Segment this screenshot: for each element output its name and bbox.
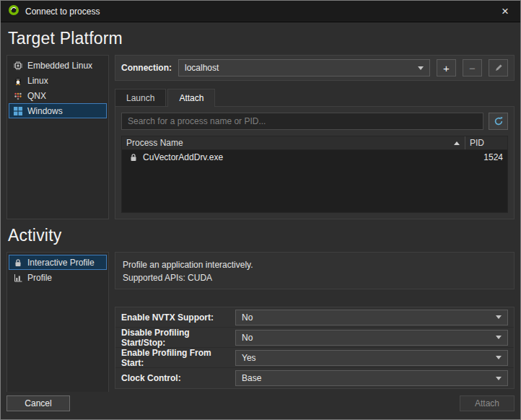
connection-label: Connection: xyxy=(121,63,172,73)
option-label: Disable Profiling Start/Stop: xyxy=(121,328,235,348)
option-row-nvtx: Enable NVTX Support: No xyxy=(115,307,514,328)
clock-control-select[interactable]: Base xyxy=(235,370,508,386)
connect-to-process-dialog: Connect to process × Target Platform Emb… xyxy=(0,0,521,420)
disable-profiling-select[interactable]: No xyxy=(235,330,508,346)
tab-launch[interactable]: Launch xyxy=(115,89,166,106)
platform-label: Linux xyxy=(27,76,48,86)
platform-label: Windows xyxy=(27,106,63,116)
target-platform-section: Embedded Linux Linux QNX xyxy=(6,55,515,219)
close-button[interactable]: × xyxy=(497,4,513,19)
platform-item-embedded-linux[interactable]: Embedded Linux xyxy=(9,58,107,73)
option-value: No xyxy=(242,312,253,323)
chip-icon xyxy=(13,61,22,70)
refresh-icon xyxy=(494,116,504,126)
option-row-disable-profiling: Disable Profiling Start/Stop: No xyxy=(115,328,514,348)
platform-item-qnx[interactable]: QNX xyxy=(9,88,107,103)
activity-description-line2: Supported APIs: CUDA xyxy=(123,271,507,284)
activity-options: Enable NVTX Support: No Disable Profilin… xyxy=(115,307,515,389)
option-label: Clock Control: xyxy=(121,373,235,383)
platform-label: Embedded Linux xyxy=(27,61,92,71)
target-platform-heading: Target Platform xyxy=(8,29,515,48)
process-pid-cell: 1524 xyxy=(465,152,507,162)
profiling-from-start-select[interactable]: Yes xyxy=(235,350,508,366)
qnx-dots-icon xyxy=(13,92,22,100)
dialog-footer: Cancel Attach xyxy=(1,392,520,419)
attach-pane: Process Name PID CuVectorAd xyxy=(115,106,515,219)
activity-label: Profile xyxy=(27,273,52,283)
sort-ascending-icon xyxy=(454,141,460,145)
activity-item-interactive-profile[interactable]: Interactive Profile xyxy=(9,255,107,270)
penguin-icon xyxy=(13,76,22,85)
dialog-content: Target Platform Embedded Linux Linux xyxy=(1,22,520,392)
platform-item-linux[interactable]: Linux xyxy=(9,73,107,88)
connection-select[interactable]: localhost xyxy=(178,59,430,76)
target-platform-right: Connection: localhost + − Launch Attach xyxy=(115,55,515,219)
activity-description: Profile an application interactively. Su… xyxy=(115,252,515,289)
chevron-down-icon xyxy=(496,356,502,359)
chevron-down-icon xyxy=(496,377,502,380)
interactive-profile-icon xyxy=(13,258,22,267)
option-value: Base xyxy=(242,373,261,383)
process-search-row xyxy=(121,113,508,130)
platform-label: QNX xyxy=(27,91,46,101)
process-tabs: Launch Attach xyxy=(115,89,515,106)
windows-icon xyxy=(13,107,22,115)
window-title: Connect to process xyxy=(25,6,100,17)
connection-box: Connection: localhost + − xyxy=(115,55,515,81)
process-table: Process Name PID CuVectorAd xyxy=(121,136,508,213)
chevron-down-icon xyxy=(496,336,502,339)
option-label: Enable Profiling From Start: xyxy=(121,348,235,368)
option-value: No xyxy=(242,333,253,343)
activity-list: Interactive Profile Profile xyxy=(6,252,109,392)
pencil-icon xyxy=(494,64,503,72)
add-connection-button[interactable]: + xyxy=(437,59,456,76)
nvidia-logo-icon xyxy=(8,4,19,18)
process-table-body: CuVectorAddDrv.exe 1524 xyxy=(122,150,507,212)
option-label: Enable NVTX Support: xyxy=(121,312,235,323)
column-header-pid[interactable]: PID xyxy=(465,136,507,149)
activity-right: Profile an application interactively. Su… xyxy=(115,252,515,392)
attach-button[interactable]: Attach xyxy=(460,395,515,411)
chart-icon xyxy=(13,274,22,282)
activity-heading: Activity xyxy=(8,226,515,245)
table-row[interactable]: CuVectorAddDrv.exe 1524 xyxy=(122,150,507,165)
activity-section: Interactive Profile Profile Profile an a… xyxy=(6,252,515,392)
activity-label: Interactive Profile xyxy=(27,258,95,268)
activity-item-profile[interactable]: Profile xyxy=(9,270,107,285)
platform-list: Embedded Linux Linux QNX xyxy=(6,55,109,219)
option-value: Yes xyxy=(242,353,256,363)
chevron-down-icon xyxy=(496,315,502,319)
nvtx-support-select[interactable]: No xyxy=(235,310,508,325)
process-lock-icon xyxy=(129,153,138,162)
process-table-header: Process Name PID xyxy=(122,136,507,150)
titlebar: Connect to process × xyxy=(1,1,520,22)
option-row-profiling-from-start: Enable Profiling From Start: Yes xyxy=(115,348,514,368)
tab-attach[interactable]: Attach xyxy=(167,89,215,107)
process-search-input[interactable] xyxy=(121,113,483,130)
option-row-clock-control: Clock Control: Base xyxy=(115,368,514,388)
process-name-cell: CuVectorAddDrv.exe xyxy=(122,152,465,162)
column-header-process-name[interactable]: Process Name xyxy=(122,136,465,149)
platform-item-windows[interactable]: Windows xyxy=(9,103,107,118)
cancel-button[interactable]: Cancel xyxy=(6,395,70,411)
remove-connection-button[interactable]: − xyxy=(463,59,482,76)
activity-description-line1: Profile an application interactively. xyxy=(123,258,507,271)
edit-connection-button[interactable] xyxy=(489,59,508,76)
connection-value: localhost xyxy=(185,63,219,73)
refresh-button[interactable] xyxy=(489,113,508,130)
chevron-down-icon xyxy=(418,66,424,70)
